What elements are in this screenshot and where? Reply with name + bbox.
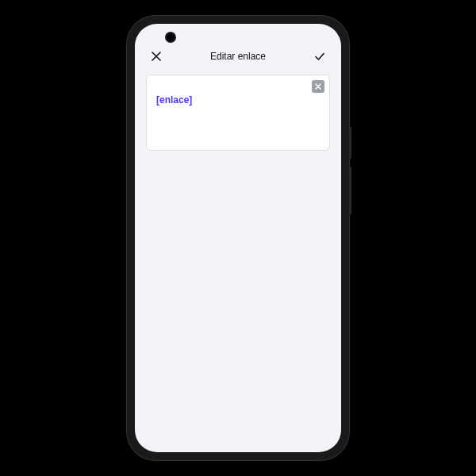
phone-side-button [349,167,351,214]
page-title: Editar enlace [210,51,266,62]
clear-icon [314,83,322,90]
close-button[interactable] [149,49,163,63]
screen: Editar enlace [enlace] [135,24,341,452]
link-editor-card[interactable]: [enlace] [146,75,330,151]
phone-frame: Editar enlace [enlace] [127,16,349,460]
check-icon [313,50,326,63]
link-token[interactable]: [enlace] [156,94,192,106]
confirm-button[interactable] [313,49,327,63]
header-bar: Editar enlace [135,38,341,71]
close-icon [151,51,162,62]
camera-notch [165,32,176,43]
clear-button[interactable] [312,80,324,93]
phone-side-button [349,127,351,159]
